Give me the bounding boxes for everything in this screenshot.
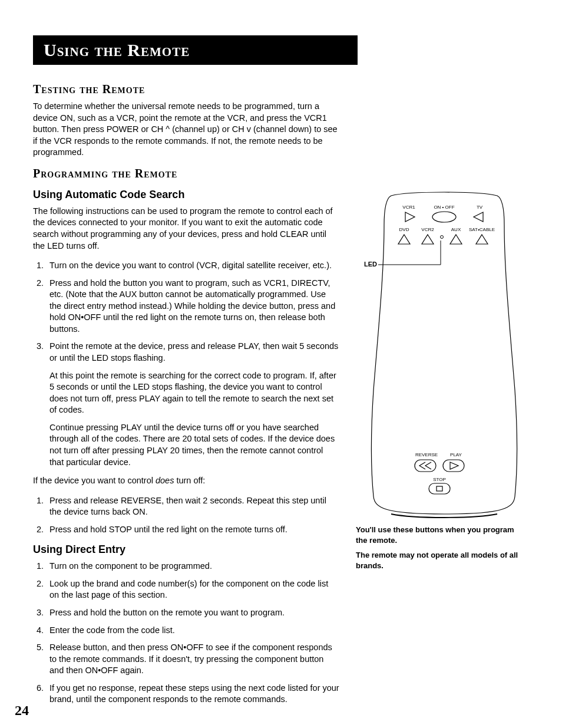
body-testing: To determine whether the universal remot…: [33, 101, 339, 159]
svg-text:STOP: STOP: [433, 477, 446, 482]
svg-text:VCR2: VCR2: [421, 227, 434, 232]
heading-auto-search: Using Automatic Code Search: [33, 189, 339, 201]
play-button-icon: [443, 460, 464, 472]
aux-button-icon: [450, 235, 462, 244]
reverse-button-icon: [415, 460, 436, 472]
auto-search-steps: Turn on the device you want to control (…: [33, 260, 339, 468]
figure-caption-2: The remote may not operate all models of…: [356, 550, 521, 571]
direct-entry-steps: Turn on the component to be programmed. …: [33, 561, 339, 706]
svg-rect-16: [437, 486, 442, 491]
auto-step-3-extra1: At this point the remote is searching fo…: [49, 370, 339, 416]
led-callout-label: LED: [364, 261, 377, 268]
direct-step-6: If you get no response, repeat these ste…: [46, 683, 339, 706]
led-indicator-icon: [441, 236, 444, 239]
if-off-step-2: Press and hold STOP until the red light …: [46, 524, 339, 536]
page-title-bar: Using the Remote: [33, 35, 358, 65]
auto-step-3: Point the remote at the device, press an…: [46, 341, 339, 468]
direct-step-2: Look up the brand and code number(s) for…: [46, 578, 339, 601]
svg-point-3: [432, 212, 456, 222]
svg-text:ON • OFF: ON • OFF: [434, 205, 454, 210]
page-number: 24: [15, 703, 29, 719]
intro-auto-search: The following instructions can be used t…: [33, 206, 339, 252]
svg-text:PLAY: PLAY: [450, 452, 462, 457]
svg-rect-13: [443, 460, 464, 472]
direct-step-5: Release button, and then press ON•OFF to…: [46, 642, 339, 677]
auto-step-3-main: Point the remote at the device, press an…: [49, 341, 338, 363]
vcr2-button-icon: [422, 235, 434, 244]
svg-text:TV: TV: [477, 205, 483, 210]
svg-text:REVERSE: REVERSE: [415, 452, 438, 457]
direct-step-1: Turn on the component to be programmed.: [46, 561, 339, 572]
svg-text:VCR1: VCR1: [402, 205, 415, 210]
page-title: Using the Remote: [44, 40, 190, 60]
auto-step-3-extra2: Continue pressing PLAY until the device …: [49, 422, 339, 468]
auto-step-1: Turn on the device you want to control (…: [46, 260, 339, 272]
heading-programming: Programming the Remote: [33, 167, 339, 180]
vcr1-button-icon: [405, 212, 415, 222]
remote-diagram: VCR1 ON • OFF TV DVD VCR2 AUX SAT•CABLE: [356, 190, 521, 520]
svg-text:SAT•CABLE: SAT•CABLE: [469, 227, 495, 232]
figure-caption-1: You'll use these buttons when you progra…: [356, 525, 521, 545]
satcable-button-icon: [476, 235, 488, 244]
auto-step-2: Press and hold the button you want to pr…: [46, 278, 339, 335]
if-off-step-1: Press and release REVERSE, then wait 2 s…: [46, 495, 339, 518]
main-content-column: Testing the Remote To determine whether …: [33, 83, 339, 713]
heading-direct-entry: Using Direct Entry: [33, 543, 339, 556]
onoff-button-icon: [432, 212, 456, 222]
dvd-button-icon: [398, 235, 410, 244]
direct-step-4: Enter the code from the code list.: [46, 625, 339, 637]
svg-text:AUX: AUX: [451, 227, 461, 232]
tv-button-icon: [474, 212, 483, 222]
stop-button-icon: [429, 483, 450, 494]
svg-rect-15: [429, 483, 450, 494]
figure-column: VCR1 ON • OFF TV DVD VCR2 AUX SAT•CABLE: [356, 190, 521, 713]
direct-step-3: Press and hold the button on the remote …: [46, 607, 339, 619]
if-off-steps: Press and release REVERSE, then wait 2 s…: [33, 495, 339, 536]
if-off-intro: If the device you want to control does t…: [33, 475, 339, 487]
heading-testing: Testing the Remote: [33, 83, 339, 96]
svg-text:DVD: DVD: [399, 227, 409, 232]
